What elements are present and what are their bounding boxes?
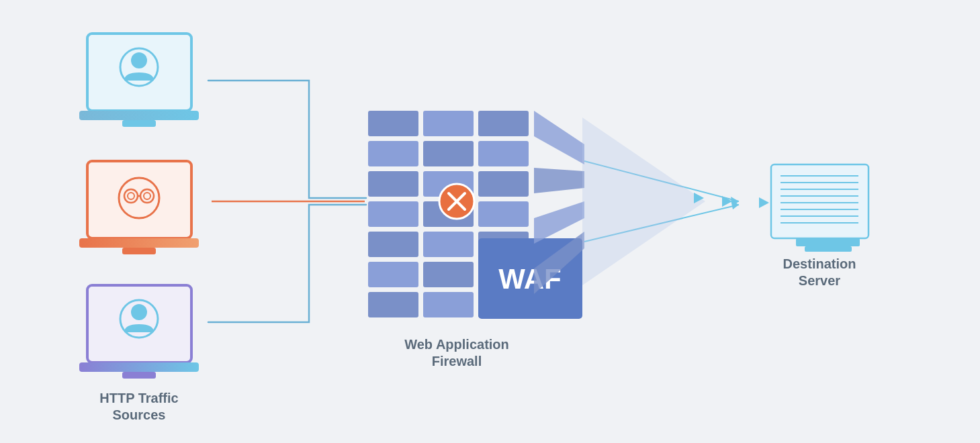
svg-rect-13 — [368, 292, 418, 317]
svg-point-56 — [131, 304, 147, 320]
svg-rect-11 — [368, 232, 418, 257]
svg-rect-21 — [478, 111, 529, 136]
svg-rect-14 — [423, 111, 474, 136]
svg-rect-53 — [122, 248, 156, 254]
svg-rect-68 — [796, 238, 860, 246]
diagram-svg: WAF — [0, 0, 980, 443]
svg-rect-57 — [79, 362, 199, 372]
svg-rect-40 — [87, 34, 191, 111]
svg-rect-24 — [478, 201, 529, 227]
svg-text:Server: Server — [799, 273, 840, 288]
svg-rect-19 — [423, 262, 474, 287]
svg-rect-9 — [368, 171, 418, 197]
svg-text:Web Application: Web Application — [404, 337, 509, 352]
svg-rect-22 — [478, 141, 529, 166]
svg-rect-8 — [368, 141, 418, 166]
diagram-container: WAF — [0, 0, 980, 443]
svg-rect-15 — [423, 141, 474, 166]
svg-rect-45 — [87, 161, 191, 238]
svg-rect-7 — [368, 111, 418, 136]
svg-rect-58 — [122, 372, 156, 379]
svg-rect-54 — [87, 285, 191, 362]
svg-rect-10 — [368, 201, 418, 227]
svg-point-42 — [131, 52, 147, 68]
svg-rect-12 — [368, 262, 418, 287]
svg-text:HTTP Traffic: HTTP Traffic — [99, 391, 178, 405]
svg-rect-20 — [423, 292, 474, 317]
svg-rect-23 — [478, 171, 529, 197]
svg-rect-43 — [79, 111, 199, 120]
svg-text:Sources: Sources — [113, 407, 166, 422]
svg-text:Firewall: Firewall — [432, 354, 482, 368]
svg-rect-44 — [122, 120, 156, 127]
svg-text:Destination: Destination — [783, 256, 856, 271]
svg-rect-52 — [79, 238, 199, 248]
svg-rect-18 — [423, 232, 474, 257]
svg-rect-69 — [805, 246, 852, 252]
